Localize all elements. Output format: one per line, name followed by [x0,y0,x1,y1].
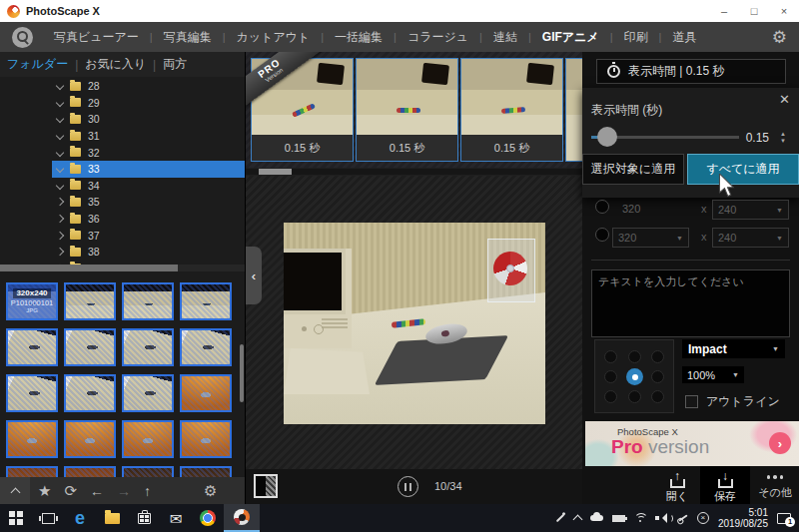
transparency-background-toggle[interactable] [254,474,278,498]
thumbnail[interactable] [6,328,58,366]
onedrive-cloud-icon[interactable] [590,515,603,521]
minimize-button[interactable]: – [709,0,739,22]
menu-collage[interactable]: コラージュ [397,29,479,46]
thumbnail[interactable] [64,374,116,412]
folder-item-38[interactable]: 38 [0,244,245,261]
thumbnail[interactable] [180,420,232,458]
tree-horizontal-scrollbar[interactable] [0,265,245,271]
favorite-star-icon[interactable]: ★ [38,483,51,498]
open-button[interactable]: ↑ 開く [654,466,700,504]
gif-frame-2[interactable]: 0.15 秒 [356,58,458,162]
menu-cutout[interactable]: カットアウト [226,29,322,46]
chevron-down-icon[interactable] [56,148,64,156]
refresh-icon[interactable]: ⟳ [64,483,77,498]
thumbnail[interactable] [122,420,174,458]
size-radio-1[interactable] [595,200,609,214]
save-button[interactable]: ↓ 保存 [700,466,750,504]
thumbnail[interactable] [122,374,174,412]
wifi-icon[interactable] [634,513,646,523]
battery-icon[interactable] [612,515,625,522]
chevron-down-icon[interactable] [56,165,64,173]
back-arrow-icon[interactable]: ← [90,484,104,498]
eject-x-icon[interactable]: × [697,512,709,524]
chevron-down-icon[interactable] [56,99,64,107]
menu-tools[interactable]: 道具 [661,29,707,46]
position-dot[interactable] [651,390,664,403]
pen-icon[interactable] [556,514,564,522]
mail-taskbar-icon[interactable]: ✉ [160,504,192,532]
scrollbar-thumb[interactable] [259,169,292,175]
file-explorer-taskbar-icon[interactable] [96,504,128,532]
up-folder-icon[interactable]: ↑ [144,484,151,498]
size-width-dropdown-2[interactable]: 320▼ [612,228,689,248]
slider-thumb[interactable] [597,127,617,147]
thumbnail[interactable] [6,466,58,477]
filmstrip-scrollbar[interactable] [246,169,583,175]
chevron-right-icon[interactable] [56,198,64,206]
position-dot[interactable] [604,390,617,403]
chevron-right-icon[interactable] [56,231,64,239]
thumbnail-vertical-scrollbar[interactable] [240,344,244,402]
tab-favorites[interactable]: お気に入り [78,56,153,73]
start-button[interactable] [0,504,32,532]
caption-text-input[interactable]: テキストを入力してください [591,269,790,337]
maximize-button[interactable]: □ [739,0,769,22]
size-radio-2[interactable] [595,228,609,242]
sidebar-gear-icon[interactable]: ⚙ [204,483,217,498]
folder-item-35[interactable]: 35 [0,194,245,211]
position-dot[interactable] [628,390,641,403]
folder-item-31[interactable]: 31 [0,128,245,145]
duration-value[interactable]: 0.15 [746,131,769,145]
thumbnail[interactable] [122,466,174,477]
menu-batch-edit[interactable]: 一括編集 [324,29,394,46]
thumbnail[interactable] [6,420,58,458]
folder-item-32[interactable]: 32 [0,144,245,161]
thumbnail[interactable] [64,420,116,458]
photoscape-taskbar-icon-active[interactable] [224,504,260,532]
folder-item-34[interactable]: 34 [0,178,245,195]
size-height-dropdown-2[interactable]: 240▼ [712,228,789,248]
thumbnail[interactable] [180,374,232,412]
outline-checkbox[interactable] [685,395,698,408]
chevron-right-icon[interactable] [56,215,64,223]
edge-taskbar-icon[interactable]: e [64,504,96,532]
pause-button[interactable] [398,476,418,497]
folder-item-28[interactable]: 28 [0,78,245,95]
apply-to-all-button[interactable]: すべてに適用 [687,154,799,185]
position-dot[interactable] [628,350,641,363]
taskbar-clock[interactable]: 5:01 2019/08/25 [718,507,768,529]
thumbnail-selected[interactable]: 320x240 P101000101 JPG [6,282,58,320]
position-dot[interactable] [604,350,617,363]
font-size-dropdown[interactable]: 100% ▼ [682,366,744,383]
thumbnail[interactable] [64,282,116,320]
menu-photo-viewer[interactable]: 写真ビューアー [43,29,150,46]
apply-to-selected-button[interactable]: 選択対象に適用 [582,154,684,185]
chevron-right-icon[interactable] [56,248,64,256]
popup-close-icon[interactable]: ✕ [779,92,790,107]
menu-gif-anime[interactable]: GIFアニメ [531,29,610,46]
task-view-button[interactable] [32,504,64,532]
chrome-taskbar-icon[interactable] [192,504,224,532]
position-dot[interactable] [651,350,664,363]
folder-item-37[interactable]: 37 [0,227,245,244]
volume-icon[interactable] [655,513,669,523]
gif-frame-3[interactable]: 0.15 秒 [460,58,563,162]
thumbnail[interactable] [6,374,58,412]
chevron-down-icon[interactable] [56,82,64,90]
tray-chevron-up-icon[interactable] [572,515,582,525]
settings-gear-icon[interactable]: ⚙ [772,29,787,46]
chevron-down-icon[interactable] [56,132,64,140]
spin-down-icon[interactable]: ▼ [780,138,786,144]
folder-item-36[interactable]: 36 [0,211,245,228]
menu-photo-editor[interactable]: 写真編集 [153,29,223,46]
thumbnail[interactable] [180,282,232,320]
menu-combine[interactable]: 連結 [482,29,528,46]
banner-arrow-button[interactable]: › [769,432,791,454]
position-dot-selected[interactable] [626,368,643,385]
folder-item-30[interactable]: 30 [0,111,245,128]
pro-version-banner[interactable]: PhotoScape X Pro version › [585,421,799,466]
position-dot[interactable] [651,370,664,383]
scrollbar-thumb[interactable] [0,265,178,271]
chevron-down-icon[interactable] [56,182,64,190]
search-icon[interactable] [12,27,33,48]
